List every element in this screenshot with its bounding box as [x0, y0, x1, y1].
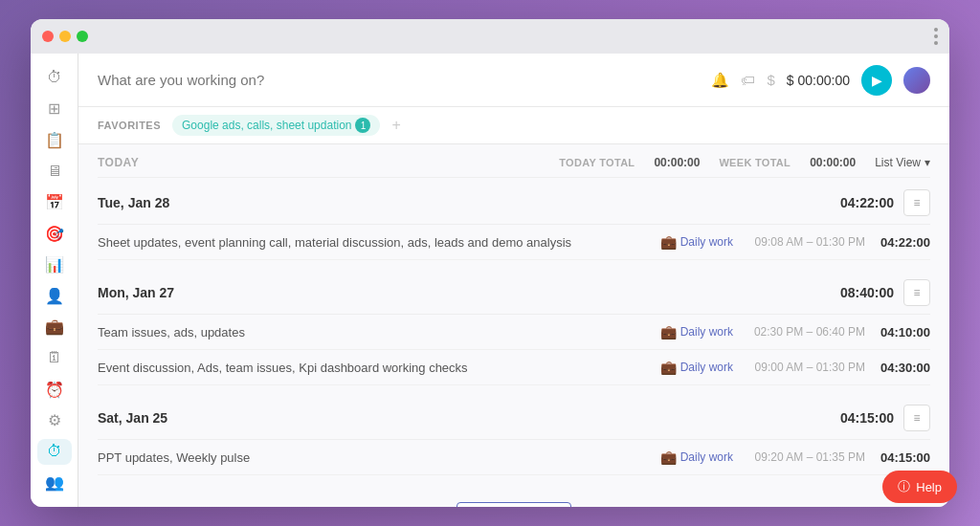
minimize-button[interactable] — [59, 31, 71, 42]
entry-duration-2-0: 04:15:00 — [873, 450, 930, 465]
entry-project-name-1-1: Daily work — [680, 361, 733, 374]
favorites-label: FAVORITES — [98, 120, 161, 131]
dollar-icon: $ — [767, 72, 774, 88]
sidebar-icon-settings[interactable]: ⚙ — [37, 407, 72, 433]
time-entry-0-0: Sheet updates, event planning call, mate… — [98, 225, 930, 260]
time-entry-2-0: PPT updates, Weekly pulse 💼 Daily work 0… — [98, 440, 930, 475]
day-group-tue-jan-28: Tue, Jan 28 04:22:00 ≡ Sheet updates, ev… — [98, 178, 930, 260]
week-total-time: 00:00:00 — [810, 156, 856, 169]
sidebar-icon-target[interactable]: 🎯 — [37, 221, 72, 247]
day-header-1: Mon, Jan 27 08:40:00 ≡ — [98, 268, 930, 315]
entry-desc-1-1: Event discussion, Ads, team issues, Kpi … — [98, 361, 653, 375]
bell-icon[interactable]: 🔔 — [711, 72, 729, 89]
day-total-2: 04:15:00 ≡ — [840, 405, 930, 431]
entry-desc-2-0: PPT updates, Weekly pulse — [98, 450, 653, 465]
timer-amount: $ 00:00:00 — [787, 73, 850, 88]
sidebar-icon-reports[interactable]: 📋 — [37, 127, 72, 153]
favorites-bar: FAVORITES Google ads, calls, sheet updat… — [78, 107, 949, 144]
briefcase-small-icon-1-1: 💼 — [660, 360, 677, 375]
time-entry-1-1: Event discussion, Ads, team issues, Kpi … — [98, 350, 930, 385]
entry-time-range-2-0: 09:20 AM – 01:35 PM — [741, 450, 865, 464]
add-favorite-button[interactable]: + — [391, 117, 400, 134]
help-label: Help — [916, 480, 942, 494]
day-menu-button-2[interactable]: ≡ — [903, 405, 930, 431]
day-group-mon-jan-27: Mon, Jan 27 08:40:00 ≡ Team issues, ads,… — [98, 268, 930, 385]
favorite-tag[interactable]: Google ads, calls, sheet updation 1 — [172, 115, 380, 136]
traffic-lights — [42, 31, 88, 42]
titlebar-menu[interactable] — [934, 28, 938, 45]
today-label: TODAY — [98, 156, 139, 169]
timer-bar: 🔔 🏷 $ $ 00:00:00 ▶ — [78, 54, 949, 107]
entry-desc-0-0: Sheet updates, event planning call, mate… — [98, 235, 653, 250]
today-total-label: TODAY TOTAL — [559, 157, 635, 168]
load-more-wrapper: Load More — [98, 483, 930, 507]
sidebar-icon-chart[interactable]: 📊 — [37, 252, 72, 277]
content-area: TODAY TODAY TOTAL 00:00:00 WEEK TOTAL 00… — [78, 144, 949, 507]
favorite-tag-label: Google ads, calls, sheet updation — [182, 119, 351, 132]
today-header: TODAY TODAY TOTAL 00:00:00 WEEK TOTAL 00… — [98, 144, 930, 178]
sidebar-icon-timer-active[interactable]: ⏱ — [37, 439, 72, 465]
sidebar-icon-person[interactable]: 👤 — [37, 283, 72, 309]
sidebar-icon-dashboard[interactable]: ⊞ — [37, 97, 72, 122]
day-header-0: Tue, Jan 28 04:22:00 ≡ — [98, 178, 930, 225]
entry-duration-1-1: 04:30:00 — [873, 361, 930, 375]
entry-desc-1-0: Team issues, ads, updates — [98, 325, 653, 340]
entry-project-2-0[interactable]: 💼 Daily work — [660, 449, 733, 465]
day-total-time-2: 04:15:00 — [840, 410, 894, 426]
maximize-button[interactable] — [77, 31, 88, 42]
day-title-1: Mon, Jan 27 — [98, 285, 174, 300]
day-title-2: Sat, Jan 25 — [98, 410, 167, 426]
titlebar — [31, 19, 949, 54]
entry-project-name-0-0: Daily work — [680, 235, 733, 249]
day-total-time-0: 04:22:00 — [840, 195, 894, 210]
help-button[interactable]: ⓘ Help — [882, 471, 957, 503]
timer-actions: 🔔 🏷 $ $ 00:00:00 ▶ — [711, 65, 930, 96]
briefcase-small-icon: 💼 — [660, 234, 677, 250]
help-icon: ⓘ — [898, 478, 910, 495]
day-title-0: Tue, Jan 28 — [98, 195, 169, 210]
time-entry-1-0: Team issues, ads, updates 💼 Daily work 0… — [98, 315, 930, 350]
sidebar-icon-alarm[interactable]: ⏰ — [37, 377, 72, 403]
day-menu-button-0[interactable]: ≡ — [903, 189, 930, 216]
entry-project-1-0[interactable]: 💼 Daily work — [660, 324, 733, 340]
sidebar-icon-clock[interactable]: ⏱ — [37, 65, 72, 91]
day-total-1: 08:40:00 ≡ — [840, 279, 930, 306]
sidebar-icon-calendar[interactable]: 📅 — [37, 189, 72, 215]
sidebar-icon-calendar2[interactable]: 🗓 — [37, 345, 72, 371]
week-total-label: WEEK TOTAL — [719, 157, 791, 168]
entry-project-name-2-0: Daily work — [680, 450, 733, 464]
entry-project-1-1[interactable]: 💼 Daily work — [660, 360, 733, 375]
view-toggle[interactable]: List View ▾ — [875, 156, 930, 169]
load-more-button[interactable]: Load More — [457, 502, 571, 507]
view-toggle-label: List View — [875, 156, 921, 169]
sidebar: ⏱ ⊞ 📋 🖥 📅 🎯 📊 👤 💼 🗓 ⏰ ⚙ ⏱ 👥 — [31, 54, 78, 507]
sidebar-icon-monitor[interactable]: 🖥 — [37, 159, 72, 185]
avatar[interactable] — [903, 67, 930, 94]
day-header-2: Sat, Jan 25 04:15:00 ≡ — [98, 393, 930, 440]
day-total-time-1: 08:40:00 — [840, 285, 894, 300]
briefcase-small-icon-2-0: 💼 — [660, 449, 677, 465]
entry-duration-0-0: 04:22:00 — [873, 235, 930, 250]
day-group-sat-jan-25: Sat, Jan 25 04:15:00 ≡ PPT updates, Week… — [98, 393, 930, 475]
sidebar-icon-team[interactable]: 👥 — [37, 471, 72, 496]
timer-input[interactable] — [98, 72, 700, 88]
chevron-down-icon: ▾ — [924, 156, 930, 169]
day-menu-button-1[interactable]: ≡ — [903, 279, 930, 306]
main-content: 🔔 🏷 $ $ 00:00:00 ▶ FAVORITES Google ads,… — [78, 54, 949, 507]
briefcase-small-icon-1-0: 💼 — [660, 324, 677, 340]
sidebar-icon-briefcase[interactable]: 💼 — [37, 315, 72, 340]
entry-project-0-0[interactable]: 💼 Daily work — [660, 234, 733, 250]
entry-time-range-1-0: 02:30 PM – 06:40 PM — [741, 325, 865, 339]
entry-time-range-1-1: 09:00 AM – 01:30 PM — [741, 361, 865, 374]
entry-time-range-0-0: 09:08 AM – 01:30 PM — [741, 235, 865, 249]
today-totals: TODAY TOTAL 00:00:00 WEEK TOTAL 00:00:00… — [559, 156, 930, 169]
favorite-tag-count: 1 — [355, 118, 370, 133]
entry-duration-1-0: 04:10:00 — [873, 325, 930, 340]
entry-project-name-1-0: Daily work — [680, 325, 733, 339]
tag-icon[interactable]: 🏷 — [741, 72, 755, 88]
today-total-time: 00:00:00 — [654, 156, 700, 169]
close-button[interactable] — [42, 31, 54, 42]
day-total-0: 04:22:00 ≡ — [840, 189, 930, 216]
timer-play-button[interactable]: ▶ — [861, 65, 892, 96]
